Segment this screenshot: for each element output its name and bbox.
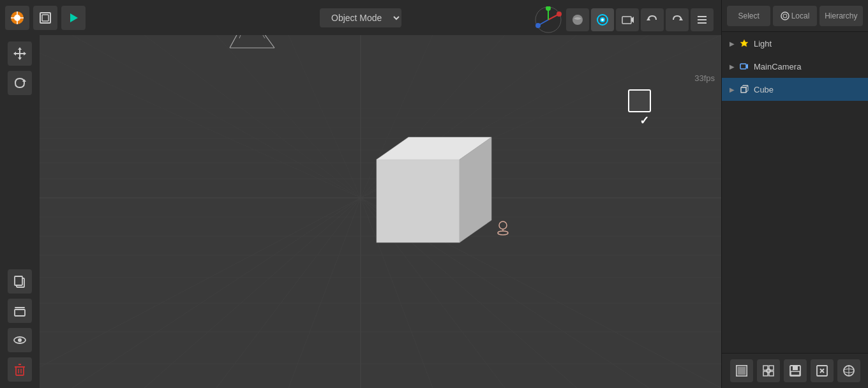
eye-icon [13, 333, 27, 347]
hierarchy-list: ▶ Light ▶ MainCamera ▶ Cube [722, 32, 868, 101]
redo-button[interactable] [666, 8, 689, 31]
svg-marker-77 [18, 57, 22, 60]
sphere-view-button[interactable] [837, 359, 860, 382]
cube-name: Cube [754, 85, 774, 94]
light-arrow: ▶ [730, 40, 735, 47]
check-mark: ✓ [640, 114, 649, 128]
blender-logo-button[interactable] [5, 6, 29, 30]
move-icon [13, 47, 27, 61]
svg-marker-79 [24, 52, 26, 56]
light-name: Light [754, 39, 772, 48]
maincamera-name: MainCamera [754, 62, 801, 71]
solid-sphere-icon [571, 13, 584, 26]
svg-rect-104 [738, 367, 745, 375]
move-button[interactable] [8, 41, 32, 66]
hierarchy-item-cube[interactable]: ▶ Cube [722, 78, 868, 101]
layout-view-icon [762, 364, 775, 377]
rendered-eye-icon [596, 13, 609, 26]
viewport-shading-rendered-button[interactable] [591, 8, 614, 31]
svg-rect-97 [741, 87, 746, 93]
svg-point-66 [601, 19, 604, 21]
play-button[interactable] [61, 6, 86, 30]
undo-icon [646, 13, 659, 26]
svg-point-60 [546, 6, 551, 11]
maincamera-arrow: ▶ [730, 63, 735, 70]
redo-icon [671, 13, 684, 26]
svg-rect-87 [16, 367, 24, 375]
save-icon [789, 364, 802, 377]
svg-marker-55 [70, 13, 78, 22]
layer-button[interactable] [8, 299, 32, 323]
right-panel-header: Select Local Hierarchy [722, 0, 868, 32]
render-icon [735, 364, 748, 377]
delete-button[interactable] [8, 357, 32, 382]
hierarchy-button[interactable]: Hierarchy [819, 6, 863, 26]
svg-rect-83 [15, 310, 25, 316]
grid [0, 0, 721, 388]
layout-view-button[interactable] [757, 359, 780, 382]
blender-logo-icon [10, 11, 24, 25]
sphere-icon [842, 364, 855, 377]
copy-button[interactable] [8, 269, 32, 294]
svg-rect-54 [42, 15, 49, 21]
light-icon [740, 39, 749, 48]
camera-icon [621, 13, 634, 26]
selection-box [628, 89, 651, 112]
maincamera-icon [740, 62, 749, 71]
cube-arrow: ▶ [730, 86, 735, 93]
fps-counter: 33fps [694, 73, 715, 83]
svg-point-58 [557, 11, 562, 17]
render-scene-button[interactable] [730, 359, 753, 382]
svg-point-92 [781, 12, 789, 20]
svg-rect-84 [15, 307, 25, 308]
cube-3d[interactable] [377, 137, 491, 243]
svg-marker-70 [679, 17, 683, 20]
layout-toggle-icon [39, 11, 52, 24]
cube-icon [740, 85, 749, 94]
right-panel-bottom [722, 353, 868, 388]
svg-rect-43 [377, 160, 460, 243]
layout-toggle-button[interactable] [33, 6, 57, 30]
nav-icons [535, 6, 714, 33]
svg-point-62 [535, 23, 541, 28]
select-button[interactable]: Select [727, 6, 770, 26]
svg-marker-76 [18, 47, 22, 50]
local-label: Local [791, 11, 810, 20]
camera-button[interactable] [616, 8, 639, 31]
viewport-shading-solid-button[interactable] [566, 8, 589, 31]
layer-icon [13, 304, 27, 318]
svg-rect-111 [793, 366, 798, 370]
svg-marker-78 [13, 52, 16, 56]
refresh-icon [13, 76, 27, 90]
gizmo-widget [535, 6, 562, 33]
right-panel: Select Local Hierarchy ▶ Light ▶ MainCam… [721, 0, 868, 388]
copy-icon [13, 274, 27, 288]
delete-scene-button[interactable] [811, 359, 834, 382]
undo-button[interactable] [641, 8, 664, 31]
local-icon [781, 11, 789, 20]
svg-rect-95 [740, 64, 746, 69]
svg-point-109 [767, 369, 770, 373]
menu-button[interactable] [691, 8, 714, 31]
delete-scene-icon [816, 364, 828, 377]
svg-rect-67 [622, 17, 631, 24]
eye-button[interactable] [8, 328, 32, 352]
play-icon [68, 12, 79, 24]
hierarchy-item-maincamera[interactable]: ▶ MainCamera [722, 55, 868, 78]
local-button[interactable]: Local [773, 6, 816, 26]
menu-icon [696, 13, 708, 26]
save-scene-button[interactable] [784, 359, 807, 382]
refresh-button[interactable] [8, 71, 32, 95]
hierarchy-item-light[interactable]: ▶ Light [722, 32, 868, 55]
svg-marker-69 [647, 17, 650, 20]
left-sidebar [0, 35, 40, 388]
svg-point-86 [18, 338, 22, 342]
svg-rect-112 [791, 371, 800, 375]
mode-dropdown[interactable]: Object Mode [320, 8, 401, 27]
viewport[interactable]: 33fps ✓ [0, 0, 721, 388]
svg-marker-94 [740, 40, 748, 47]
svg-point-93 [783, 14, 787, 18]
delete-icon [13, 362, 27, 377]
svg-rect-82 [15, 276, 22, 285]
